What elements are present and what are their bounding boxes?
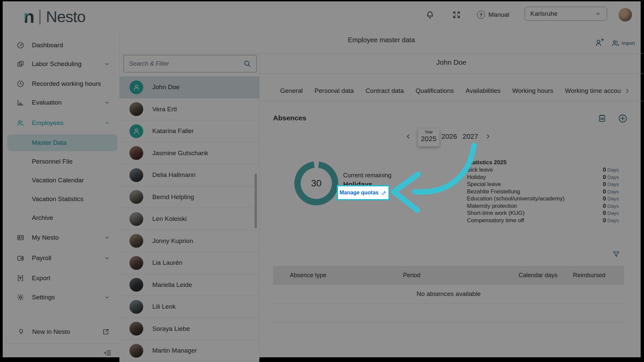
pencil-icon	[381, 190, 387, 196]
manage-quotas-label: Manage quotas	[339, 190, 378, 196]
screen: n | Nesto ? Manual Karlsruhe Dashboard L…	[0, 0, 644, 362]
manage-quotas-button[interactable]: Manage quotas	[337, 185, 390, 200]
dim-overlay	[0, 0, 644, 362]
